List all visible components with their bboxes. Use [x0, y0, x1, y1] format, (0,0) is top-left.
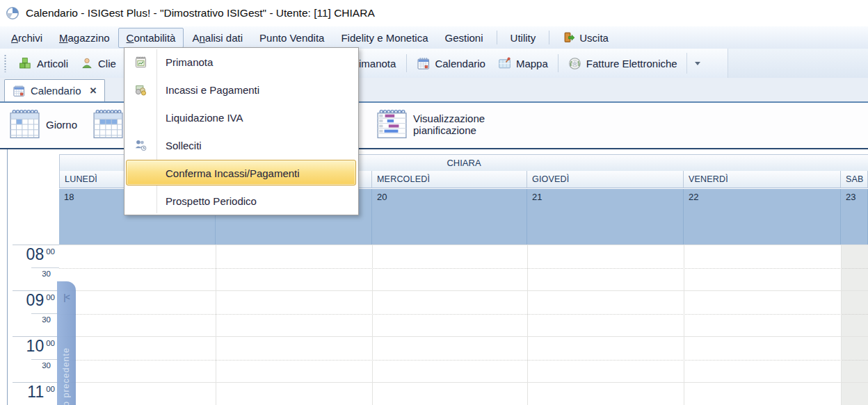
calendario-button[interactable]: Calendario [410, 53, 492, 74]
previous-appointment-strip[interactable]: |< to precedente [57, 281, 76, 405]
day-calendar-icon [8, 108, 40, 140]
articoli-button[interactable]: Articoli [12, 53, 74, 74]
time-ruler-hour: 1100 30 [8, 382, 59, 405]
date-number: 22 [684, 189, 840, 202]
date-number: 20 [372, 189, 527, 202]
time-ruler-hour: 0800 30 [8, 245, 59, 290]
menu-uscita[interactable]: Uscita [554, 27, 617, 48]
column-line [372, 245, 373, 405]
person-icon [81, 57, 93, 69]
calendar-icon [13, 85, 25, 97]
menu-analisi-dati[interactable]: Analisi dati [184, 28, 251, 48]
fatture-elettroniche-button[interactable]: Fatture Elettroniche [562, 53, 684, 74]
allday-cell-giovedi[interactable]: 21 [527, 189, 684, 245]
mappa-button[interactable]: Mappa [492, 53, 554, 74]
notebook-chart-icon [134, 56, 147, 69]
contabilita-dropdown-menu: Primanota Incassi e Pagamenti Liquidazio… [124, 47, 359, 215]
hour-row[interactable] [59, 336, 868, 383]
hour-row[interactable] [59, 382, 868, 405]
time-ruler: 0800 30 0900 30 1000 30 1100 30 [8, 245, 59, 405]
day-view-button[interactable]: Giorno [8, 108, 77, 140]
hour-row[interactable] [59, 245, 868, 291]
menubar-separator [549, 31, 549, 44]
allday-cell-mercoledi[interactable]: 20 [372, 189, 527, 245]
tab-label: Calendario [31, 85, 81, 97]
half-hour-line [59, 314, 868, 315]
menu-bar: Archivi Magazzino Contabilità Analisi da… [0, 26, 868, 49]
column-line [841, 245, 842, 405]
menu-contabilita[interactable]: Contabilità [118, 28, 184, 48]
menu-gestioni[interactable]: Gestioni [437, 28, 492, 48]
menuitem-incassi-pagamenti[interactable]: Incassi e Pagamenti [124, 76, 358, 104]
half-hour-line [59, 268, 868, 269]
menuitem-conferma-incassi-pagamenti[interactable]: Conferma Incassi/Pagamenti [124, 159, 358, 187]
planning-view-button[interactable]: Visualizzazione pianificazione [376, 108, 485, 140]
people-clock-icon [134, 139, 147, 152]
day-header-giovedi[interactable]: GIOVEDÌ [527, 171, 684, 188]
menubar-separator [497, 31, 497, 44]
day-header-sabato[interactable]: SAB [841, 171, 868, 188]
column-line [684, 245, 684, 405]
column-line [527, 245, 528, 405]
calendar-icon [417, 57, 430, 70]
day-header-mercoledi[interactable]: MERCOLEDÌ [372, 171, 527, 188]
previous-appointment-icon: |< [57, 292, 76, 302]
time-ruler-hour: 0900 30 [8, 290, 59, 336]
menu-punto-vendita[interactable]: Punto Vendita [251, 28, 332, 48]
gantt-calendar-icon [376, 108, 408, 140]
app-logo-icon [6, 6, 19, 20]
menuitem-primanota[interactable]: Primanota [124, 48, 358, 76]
exit-door-icon [563, 31, 575, 44]
menu-archivi[interactable]: Archivi [3, 28, 51, 48]
hour-row[interactable] [59, 290, 868, 337]
menu-utility[interactable]: Utility [502, 28, 545, 48]
green-cubes-icon [18, 56, 32, 70]
toolbar-separator [406, 54, 407, 72]
window-title: Calendario - ISIGest Plus! - "Dimostrati… [26, 7, 375, 19]
half-hour-line [59, 360, 868, 361]
column-line [216, 245, 216, 405]
toolbar-separator [558, 54, 558, 72]
planning-label-line1: Visualizzazione [413, 113, 485, 124]
planning-label-line2: pianificazione [413, 124, 485, 136]
title-bar: Calendario - ISIGest Plus! - "Dimostrati… [0, 0, 868, 26]
primanota-button-partial[interactable]: imanota [359, 58, 403, 69]
map-icon [498, 57, 511, 70]
work-week-view-button[interactable] [92, 108, 124, 140]
tab-close-icon[interactable]: ✕ [90, 85, 97, 96]
allday-cell-venerdi[interactable]: 22 [684, 189, 841, 245]
date-number: 21 [527, 189, 683, 202]
allday-cell-sabato[interactable]: 23 [841, 189, 868, 245]
date-number: 23 [841, 189, 867, 202]
menu-magazzino[interactable]: Magazzino [51, 28, 118, 48]
toolbar-options-button[interactable] [686, 53, 708, 74]
menuitem-solleciti[interactable]: Solleciti [124, 131, 358, 159]
emblem-icon [568, 57, 581, 70]
toolbar-grip-handle[interactable] [4, 54, 6, 72]
tab-calendario[interactable]: Calendario ✕ [4, 79, 105, 101]
clienti-button[interactable]: Clie [74, 53, 122, 73]
chevron-down-icon [695, 62, 700, 65]
menu-fidelity-monetica[interactable]: Fidelity e Monetica [332, 28, 436, 48]
previous-appointment-label: to precedente [61, 347, 71, 405]
menuitem-liquidazione-iva[interactable]: Liquidazione IVA [124, 104, 358, 131]
week-calendar-icon [92, 108, 124, 140]
coins-icon [134, 83, 147, 97]
time-ruler-hour: 1000 30 [8, 336, 59, 382]
menuitem-prospetto-periodico[interactable]: Prospetto Periodico [124, 187, 358, 215]
day-header-venerdi[interactable]: VENERDÌ [684, 171, 841, 188]
